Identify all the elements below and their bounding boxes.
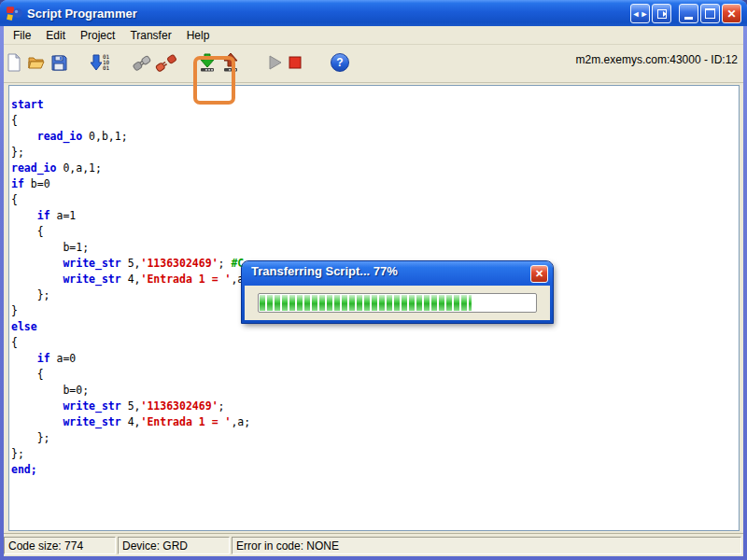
minimize-button[interactable]: [679, 4, 698, 23]
open-folder-icon: [27, 53, 46, 72]
connection-status-label: m2m.exemys.com:43000 - ID:12: [576, 53, 738, 66]
compile-bits-label: 011001: [103, 54, 109, 71]
new-file-button[interactable]: [5, 53, 27, 76]
compile-button[interactable]: 011001: [91, 53, 113, 76]
toolbar: 011001 ? m2m.exemys.com:430: [4, 45, 743, 83]
compile-arrow-icon: [91, 53, 102, 72]
app-icon: [6, 5, 22, 21]
connect-button[interactable]: [131, 53, 153, 76]
window-title: Script Programmer: [27, 7, 137, 21]
menu-transfer[interactable]: Transfer: [122, 27, 178, 44]
help-icon: ?: [331, 53, 349, 72]
transfer-dialog-close-button[interactable]: ✕: [530, 265, 548, 283]
status-device: Device: GRD: [118, 537, 230, 554]
help-button[interactable]: ?: [331, 53, 353, 76]
download-highlight-annotation: [193, 56, 235, 105]
pan-horizontal-button[interactable]: ◄►: [630, 4, 650, 23]
new-file-icon: [5, 53, 23, 72]
detach-icon: [657, 9, 667, 19]
menu-help[interactable]: Help: [179, 27, 218, 44]
transfer-dialog-title: Transferring Script... 77%: [251, 264, 398, 278]
connect-plug-icon: [131, 53, 153, 72]
transfer-dialog-body: [245, 286, 550, 320]
disconnect-plug-icon: [155, 53, 177, 72]
menu-file[interactable]: File: [6, 27, 38, 44]
disconnect-button[interactable]: [155, 53, 177, 76]
menu-project[interactable]: Project: [73, 27, 122, 44]
play-icon: [265, 53, 284, 72]
stop-button[interactable]: [286, 53, 308, 76]
app-window: Script Programmer ◄► ✕ File Edit Project…: [0, 0, 747, 560]
close-button[interactable]: ✕: [722, 4, 741, 23]
maximize-button[interactable]: [700, 4, 720, 23]
transfer-dialog: Transferring Script... 77% ✕: [242, 261, 553, 323]
open-file-button[interactable]: [27, 53, 49, 76]
maximize-icon: [705, 8, 715, 19]
menubar: File Edit Project Transfer Help: [4, 26, 743, 45]
run-button[interactable]: [265, 53, 288, 76]
titlebar-controls: ◄► ✕: [630, 4, 741, 23]
transfer-progress-fill: [260, 295, 472, 311]
titlebar: Script Programmer ◄► ✕: [0, 0, 747, 26]
detach-window-button[interactable]: [652, 4, 671, 23]
stop-icon: [286, 53, 304, 72]
minimize-icon: [684, 17, 693, 20]
status-code-size: Code size: 774: [4, 537, 116, 554]
save-file-button[interactable]: [49, 53, 72, 76]
client-area: File Edit Project Transfer Help 011001: [4, 26, 743, 556]
transfer-progress-bar: [258, 293, 537, 313]
statusbar: Code size: 774 Device: GRD Error in code…: [4, 533, 743, 556]
status-error: Error in code: NONE: [232, 537, 741, 554]
save-floppy-icon: [49, 53, 68, 72]
menu-edit[interactable]: Edit: [38, 27, 73, 44]
